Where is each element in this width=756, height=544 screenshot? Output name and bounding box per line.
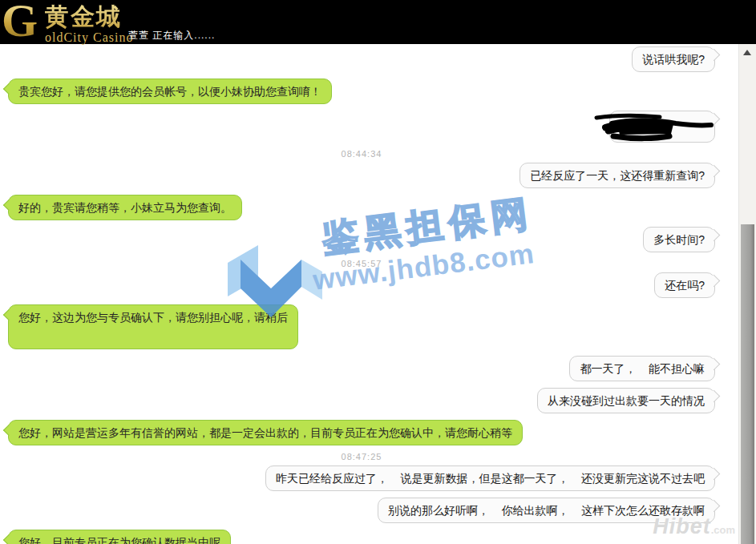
- brand-block: 黄金城 oldCity Casino: [45, 1, 133, 45]
- timestamp: 08:44:34: [342, 149, 382, 159]
- typing-indicator: 萱萱 正在输入......: [128, 29, 215, 42]
- chat-bubble-user: 还在吗?: [654, 272, 715, 298]
- chat-bubble-user: 从来没碰到过出款要一天的情况: [537, 388, 715, 413]
- chat-bubble-user: 已经反应了一天，这还得重新查询?: [519, 163, 715, 188]
- brand-name-en: oldCity Casino: [45, 30, 133, 45]
- hibet-watermark: Hibet.com: [653, 514, 735, 539]
- chat-bubble-user: 昨天已经给反应过了， 说是更新数据，但是这都一天了， 还没更新完这说不过去吧: [265, 465, 715, 491]
- scroll-up-arrow-icon: [743, 50, 751, 55]
- scrollbar-thumb[interactable]: [741, 224, 754, 544]
- chat-bubble-agent: 贵宾您好，请您提供您的会员帐号，以便小妹协助您查询唷！: [8, 79, 332, 104]
- brand-name-cn: 黄金城: [45, 1, 133, 34]
- hibet-watermark-suffix: .com: [711, 524, 735, 536]
- app-header: G 黄金城 oldCity Casino 萱萱 正在输入......: [0, 0, 756, 44]
- timestamp: 08:47:25: [342, 452, 382, 461]
- timestamp: 08:45:57: [342, 259, 382, 268]
- hibet-watermark-text: Hibet: [653, 514, 711, 538]
- redaction-scribble: [596, 110, 714, 143]
- chat-bubble-user: 说话哄我呢?: [632, 46, 715, 72]
- chat-bubble-agent: 您好，网站是营运多年有信誉的网站，都是一定会出款的，目前专员正在为您确认中，请您…: [8, 420, 523, 445]
- chat-bubble-agent: 好的，贵宾请您稍等，小妹立马为您查询。: [8, 195, 242, 220]
- chat-scrollbar[interactable]: [738, 44, 756, 544]
- chat-bubble-agent: 您好，目前专员正在为您确认数据当中呢: [8, 530, 231, 544]
- scroll-up-button[interactable]: [740, 46, 754, 58]
- chat-bubble-user: 都一天了， 能不担心嘛: [569, 356, 715, 381]
- chat-bubble-user-redacted-image: [609, 111, 715, 143]
- chat-message-list: 说话哄我呢? 贵宾您好，请您提供您的会员帐号，以便小妹协助您查询唷！ 08:44…: [0, 44, 739, 544]
- chat-bubble-user: 多长时间?: [643, 227, 715, 252]
- chat-bubble-agent: 您好，这边为您与专员确认下，请您别担心呢，请稍后: [8, 304, 298, 349]
- casino-logo-icon: G: [2, 0, 38, 47]
